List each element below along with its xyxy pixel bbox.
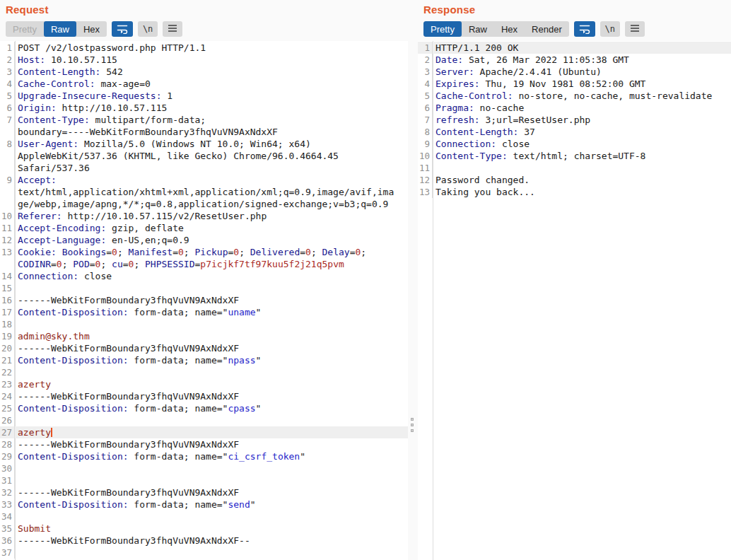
code-line: 4Expires: Thu, 19 Nov 1981 08:52:00 GMT <box>418 78 731 90</box>
request-title: Request <box>6 4 408 16</box>
newline-toggle-button[interactable]: \n <box>600 21 620 37</box>
code-line: 25Content-Disposition: form-data; name="… <box>0 402 408 414</box>
line-number <box>0 126 15 138</box>
line-number: 17 <box>0 306 15 318</box>
line-number: 12 <box>0 234 15 246</box>
editor-menu-button[interactable] <box>625 21 645 37</box>
line-number: 5 <box>418 90 433 102</box>
response-tab-render[interactable]: Render <box>525 21 569 37</box>
code-line: 1POST /v2/lostpassword.php HTTP/1.1 <box>0 42 408 54</box>
code-line: 20------WebKitFormBoundary3fhqVuVN9AxNdx… <box>0 342 408 354</box>
request-header: Request PrettyRawHex \n <box>0 0 408 41</box>
line-number: 7 <box>0 114 15 126</box>
code-line: 6Origin: http://10.10.57.115 <box>0 102 408 114</box>
code-line: 11Accept-Encoding: gzip, deflate <box>0 222 408 234</box>
line-number: 22 <box>0 366 15 378</box>
line-number: 32 <box>0 486 15 498</box>
line-number: 21 <box>0 354 15 366</box>
code-line: 10Referer: http://10.10.57.115/v2/ResetU… <box>0 210 408 222</box>
line-number: 8 <box>418 126 433 138</box>
code-line: 16------WebKitFormBoundary3fhqVuVN9AxNdx… <box>0 294 408 306</box>
line-number: 2 <box>0 54 15 66</box>
code-line: 21Content-Disposition: form-data; name="… <box>0 354 408 366</box>
line-number: 2 <box>418 54 433 66</box>
code-line: 14Connection: close <box>0 270 408 282</box>
code-line: 19admin@sky.thm <box>0 330 408 342</box>
splitter-grip-icon <box>411 418 414 432</box>
code-line: 5Upgrade-Insecure-Requests: 1 <box>0 90 408 102</box>
code-line: 10Content-Type: text/html; charset=UTF-8 <box>418 150 731 162</box>
line-number: 10 <box>418 150 433 162</box>
code-line: 13Taking you back... <box>418 186 731 198</box>
line-number: 26 <box>0 414 15 426</box>
line-number: 3 <box>0 66 15 78</box>
code-line: 37 <box>0 547 408 559</box>
code-line: 27azerty <box>0 426 408 438</box>
code-line: 12Accept-Language: en-US,en;q=0.9 <box>0 234 408 246</box>
line-number: 12 <box>418 174 433 186</box>
line-number: 1 <box>0 42 15 54</box>
code-line: 4Cache-Control: max-age=0 <box>0 78 408 90</box>
panel-splitter[interactable] <box>408 0 418 560</box>
code-line: 7refresh: 3;url=ResetUser.php <box>418 114 731 126</box>
response-tab-hex[interactable]: Hex <box>494 21 525 37</box>
line-number: 34 <box>0 511 15 523</box>
menu-icon <box>630 24 640 35</box>
line-number: 19 <box>0 330 15 342</box>
response-header: Response PrettyRawHexRender \n <box>418 0 731 41</box>
code-line: 7Content-Type: multipart/form-data; <box>0 114 408 126</box>
code-line: 30 <box>0 462 408 474</box>
request-tab-pretty[interactable]: Pretty <box>6 21 44 37</box>
line-number <box>0 162 15 174</box>
line-number: 33 <box>0 498 15 511</box>
wrap-toggle-button[interactable] <box>112 21 133 37</box>
request-editor[interactable]: 1POST /v2/lostpassword.php HTTP/1.12Host… <box>0 41 408 560</box>
line-number: 3 <box>418 66 433 78</box>
line-number: 13 <box>418 186 433 198</box>
line-number: 14 <box>0 270 15 282</box>
code-line: 35Submit <box>0 523 408 535</box>
line-number: 37 <box>0 547 15 559</box>
code-line: 3Content-Length: 542 <box>0 66 408 78</box>
code-line: 9Connection: close <box>418 138 731 150</box>
response-editor[interactable]: 1HTTP/1.1 200 OK2Date: Sat, 26 Mar 2022 … <box>418 41 731 560</box>
code-line: 8User-Agent: Mozilla/5.0 (Windows NT 10.… <box>0 138 408 150</box>
response-tab-raw[interactable]: Raw <box>462 21 494 37</box>
code-line: CODINR=0; POD=0; cu=0; PHPSESSID=p7icjkf… <box>0 258 408 270</box>
code-line: 8Content-Length: 37 <box>418 126 731 138</box>
request-tabbar: PrettyRawHex \n <box>6 21 408 37</box>
line-number: 18 <box>0 318 15 330</box>
request-tab-group: PrettyRawHex <box>6 21 107 37</box>
wrap-icon <box>578 23 591 36</box>
code-line: text/html,application/xhtml+xml,applicat… <box>0 186 408 198</box>
line-number: 1 <box>418 42 433 54</box>
line-number: 4 <box>418 78 433 90</box>
line-number: 6 <box>418 102 433 114</box>
code-line: 6Pragma: no-cache <box>418 102 731 114</box>
line-number: 15 <box>0 282 15 294</box>
wrap-toggle-button[interactable] <box>574 21 595 37</box>
menu-icon <box>168 24 177 35</box>
line-number: 11 <box>0 222 15 234</box>
line-number: 11 <box>418 162 433 174</box>
newline-toggle-button[interactable]: \n <box>138 21 158 37</box>
line-number: 9 <box>0 174 15 186</box>
code-line: 23azerty <box>0 378 408 390</box>
code-line: 34 <box>0 511 408 523</box>
response-tab-pretty[interactable]: Pretty <box>423 21 462 37</box>
editor-menu-button[interactable] <box>163 21 182 37</box>
request-tab-raw[interactable]: Raw <box>44 21 76 37</box>
code-line: 12Password changed. <box>418 174 731 186</box>
wrap-icon <box>116 23 129 36</box>
line-number: 30 <box>0 462 15 474</box>
request-tab-hex[interactable]: Hex <box>76 21 107 37</box>
code-line: 15 <box>0 282 408 294</box>
line-number: 25 <box>0 402 15 414</box>
line-number: 27 <box>0 426 15 438</box>
line-number: 10 <box>0 210 15 222</box>
code-line: ge/webp,image/apng,*/*;q=0.8,application… <box>0 198 408 210</box>
code-line: 11 <box>418 162 731 174</box>
code-line: 13Cookie: Bookings=0; Manifest=0; Pickup… <box>0 246 408 258</box>
line-number <box>0 150 15 162</box>
line-number: 5 <box>0 90 15 102</box>
